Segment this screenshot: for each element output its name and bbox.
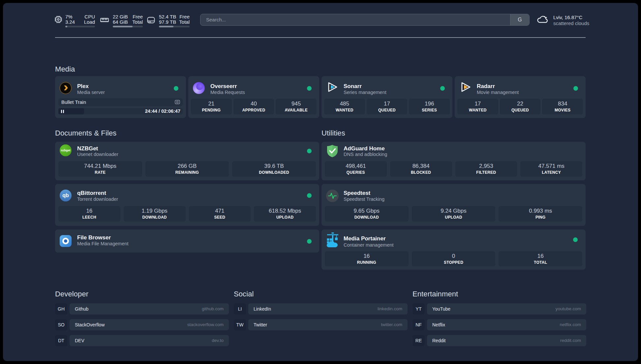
nzbget-title: NZBGet	[77, 146, 98, 152]
speedtest-stat-download: 9.65 GbpsDOWNLOAD	[325, 206, 409, 222]
adguard-subtitle: DNS and adblocking	[344, 152, 387, 157]
overseerr-icon	[193, 82, 205, 94]
bookmark-twitter[interactable]: Twittertwitter.com	[248, 319, 408, 330]
overseerr-title: Overseerr	[210, 83, 237, 89]
qbittorrent-title: qBittorrent	[77, 190, 106, 196]
disk-total: 97.9 TB	[159, 19, 176, 25]
qbittorrent-stat-seed: 471SEED	[189, 206, 251, 222]
filebrowser-icon	[60, 235, 72, 247]
radarr-status-dot	[573, 86, 578, 91]
memory-free: 22 GiB	[113, 14, 128, 19]
weather-condition: scattered clouds	[553, 20, 589, 26]
bookmark-linkedin-abbr: LI	[234, 303, 246, 315]
sonarr-title: Sonarr	[344, 83, 362, 89]
plex-icon	[60, 82, 72, 94]
disk-label-bottom: Total	[179, 19, 190, 25]
qbittorrent-icon: qb	[60, 190, 72, 201]
plex-progress-elapsed	[58, 108, 84, 114]
disk-icon	[147, 17, 155, 23]
cpu-widget: 7%CPU 3.24Load	[65, 14, 95, 27]
portainer-subtitle: Container management	[344, 243, 394, 248]
speedtest-title: Speedtest	[344, 190, 370, 196]
service-card-speedtest[interactable]: Speedtest Speedtest Tracking 9.65 GbpsDO…	[321, 184, 586, 226]
memory-label-bottom: Total	[132, 19, 143, 25]
bookmark-youtube-abbr: YT	[412, 303, 425, 315]
bookmark-dev[interactable]: DEVdev.to	[70, 335, 229, 346]
nzbget-status-dot	[307, 149, 312, 153]
service-card-sonarr[interactable]: Sonarr Series management 485WANTED 17QUE…	[321, 76, 452, 118]
plex-title: Plex	[77, 83, 89, 89]
portainer-icon	[326, 232, 339, 248]
overseerr-subtitle: Media Requests	[210, 90, 245, 95]
memory-total: 64 GiB	[113, 19, 128, 25]
qbittorrent-subtitle: Torrent downloader	[77, 197, 118, 202]
filebrowser-subtitle: Media File Management	[77, 241, 129, 246]
qbittorrent-stat-upload: 618.52 MbpsUPLOAD	[254, 206, 316, 222]
qbittorrent-stat-leech: 16LEECH	[58, 206, 120, 222]
adguard-stat-latency: 47.571 msLATENCY	[520, 161, 582, 177]
bookmark-youtube[interactable]: YouTubeyoutube.com	[427, 303, 586, 315]
section-title-documents: Documents & Files	[55, 129, 116, 137]
service-card-radarr[interactable]: Radarr Movie management 17WANTED 22QUEUE…	[455, 76, 586, 118]
bookmark-stackoverflow[interactable]: StackOverflowstackoverflow.com	[70, 319, 229, 330]
bookmark-netflix[interactable]: Netflixnetflix.com	[427, 319, 586, 330]
speedtest-stat-upload: 9.24 GbpsUPLOAD	[412, 206, 496, 222]
bookmark-twitter-abbr: TW	[234, 319, 246, 330]
cpu-percent: 7%	[65, 14, 73, 19]
speedtest-icon	[326, 190, 339, 202]
plex-now-playing[interactable]: Bullet Train	[58, 98, 183, 106]
adguard-stat-filtered: 2,953FILTERED	[455, 161, 517, 177]
bookmark-github[interactable]: Githubgithub.com	[70, 303, 229, 315]
nzbget-stat-rate: 744.21 MbpsRATE	[58, 161, 142, 177]
service-card-overseerr[interactable]: Overseerr Media Requests 21PENDING 40APP…	[188, 76, 319, 118]
qbittorrent-status-dot	[307, 193, 312, 198]
plex-status-dot	[174, 86, 178, 91]
search-input[interactable]: Search... G	[200, 14, 530, 26]
sonarr-stat-wanted: 485WANTED	[324, 99, 365, 114]
search-provider-button[interactable]: G	[510, 14, 529, 25]
portainer-stat-stopped: 0STOPPED	[412, 251, 496, 266]
section-title-entertainment: Entertainment	[412, 289, 458, 298]
bookmark-github-abbr: GH	[55, 303, 67, 315]
filebrowser-title: File Browser	[77, 235, 111, 241]
weather-icon	[536, 14, 548, 24]
memory-bar	[113, 26, 143, 27]
section-title-utilities: Utilities	[321, 129, 345, 137]
service-card-portainer[interactable]: Media Portainer Container management 16R…	[321, 229, 586, 270]
service-card-adguard[interactable]: AdGuard Home DNS and adblocking 498,461Q…	[321, 142, 586, 180]
plex-progress-bar[interactable]: 24:44 / 02:06:47	[58, 108, 183, 114]
portainer-title: Media Portainer	[344, 236, 386, 242]
service-card-nzbget[interactable]: nzbget NZBGet Usenet downloader 744.21 M…	[55, 142, 319, 180]
pause-icon	[61, 110, 62, 113]
bookmark-linkedin[interactable]: LinkedInlinkedin.com	[248, 303, 408, 315]
radarr-subtitle: Movie management	[477, 90, 519, 95]
nzbget-stat-downloaded: 39.6 TBDOWNLOADED	[232, 161, 316, 177]
section-title-social: Social	[234, 289, 254, 298]
radarr-title: Radarr	[477, 83, 495, 89]
service-card-filebrowser[interactable]: File Browser Media File Management	[55, 229, 319, 253]
nzbget-subtitle: Usenet downloader	[77, 152, 118, 157]
service-card-plex[interactable]: Plex Media server Bullet Train 24:44 / 0…	[55, 76, 186, 118]
disk-bar	[159, 26, 190, 27]
bookmark-reddit[interactable]: Redditreddit.com	[427, 335, 586, 346]
service-card-qbittorrent[interactable]: qb qBittorrent Torrent downloader 16LEEC…	[55, 184, 319, 226]
cpu-load: 3.24	[65, 19, 75, 25]
cpu-label-bottom: Load	[84, 19, 95, 25]
weather-location-temp: Lviv, 16.87°C	[553, 15, 589, 20]
cast-icon	[175, 100, 180, 104]
sonarr-icon	[326, 81, 339, 93]
overseerr-status-dot	[307, 86, 312, 91]
weather-widget: Lviv, 16.87°C scattered clouds	[553, 15, 589, 26]
bookmark-reddit-abbr: RE	[412, 335, 425, 346]
portainer-status-dot	[573, 237, 578, 242]
disk-widget: 52.4 TBFree 97.9 TBTotal	[159, 14, 190, 27]
memory-widget: 22 GiBFree 64 GiBTotal	[113, 14, 143, 27]
adguard-stat-blocked: 86,384BLOCKED	[390, 161, 452, 177]
sonarr-stat-queued: 17QUEUED	[367, 99, 408, 114]
bookmark-dev-abbr: DT	[55, 335, 67, 346]
portainer-stat-total: 16TOTAL	[499, 251, 582, 266]
cpu-bar	[65, 26, 95, 27]
section-title-developer: Developer	[55, 289, 88, 298]
disk-free: 52.4 TB	[159, 14, 176, 19]
radarr-stat-movies: 834MOVIES	[542, 99, 583, 114]
